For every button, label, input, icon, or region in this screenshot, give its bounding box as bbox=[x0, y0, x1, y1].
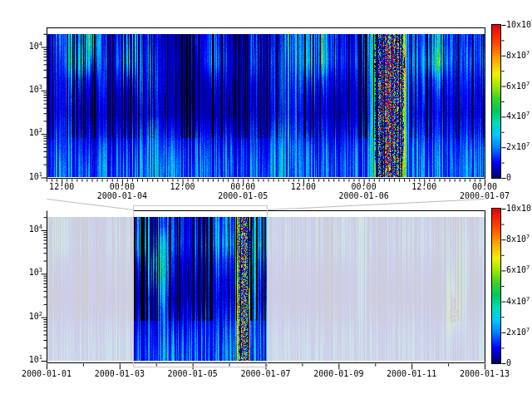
detail-colorbar bbox=[492, 25, 500, 178]
detail-plot-region[interactable] bbox=[47, 27, 485, 178]
selection-window[interactable] bbox=[133, 205, 267, 367]
overview-colorbar bbox=[492, 209, 500, 363]
spectrogram-figure: 12:0000:002000-01-0412:0000:002000-01-05… bbox=[0, 0, 532, 399]
